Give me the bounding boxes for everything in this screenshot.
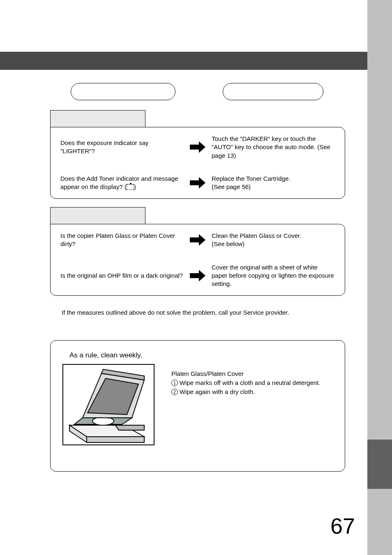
svg-marker-3 <box>87 437 144 442</box>
footnote: If the measures outlined above do not so… <box>62 309 289 316</box>
cleaning-box: As a rule, clean weekly. <box>50 340 345 472</box>
question-text: Is the copier Platen Glass or Platen Cov… <box>60 232 184 249</box>
cleaning-content: Platen Glass/Platen Cover 1Wipe marks of… <box>62 364 333 446</box>
troubleshoot-group-2: Is the copier Platen Glass or Platen Cov… <box>50 207 345 296</box>
group2-header <box>50 207 145 224</box>
arrow-icon <box>189 270 206 281</box>
group1-body: Does the exposure indicator say "LIGHTER… <box>50 127 345 199</box>
question-text: Is the original an OHP film or a dark or… <box>60 272 184 280</box>
arrow-icon <box>189 177 206 189</box>
question-post: ) <box>134 183 136 190</box>
step-text: Wipe marks off with a cloth and a neutra… <box>180 379 320 386</box>
question-pre: Does the Add Toner indicator and message… <box>60 175 178 190</box>
arrow-icon <box>189 141 206 153</box>
step-text: Wipe again with a dry cloth. <box>180 388 255 395</box>
arrow-icon <box>189 234 206 246</box>
qa-row: Does the Add Toner indicator and message… <box>51 167 345 199</box>
qa-row: Is the copier Platen Glass or Platen Cov… <box>51 224 345 256</box>
cleaning-rule: As a rule, clean weekly. <box>69 351 333 359</box>
cleaning-subtitle: Platen Glass/Platen Cover <box>171 369 320 378</box>
troubleshoot-group-1: Does the exposure indicator say "LIGHTER… <box>50 110 345 199</box>
step-number-icon: 2 <box>171 389 178 395</box>
question-text: Does the exposure indicator say "LIGHTER… <box>60 139 184 156</box>
svg-marker-4 <box>115 425 144 430</box>
qa-row: Is the original an OHP film or a dark or… <box>51 256 345 296</box>
answer-text: Clean the Platen Glass or Cover. (See be… <box>212 232 335 249</box>
cleaning-instructions: Platen Glass/Platen Cover 1Wipe marks of… <box>171 369 320 396</box>
right-tab-marker <box>367 440 392 489</box>
copier-illustration <box>62 364 155 446</box>
action-capsule <box>223 83 323 100</box>
answer-text: Replace the Toner Cartridge. (See page 5… <box>212 175 335 191</box>
category-capsule <box>71 83 175 100</box>
cleaning-step: 2Wipe again with a dry cloth. <box>171 387 320 396</box>
toner-icon <box>127 184 134 190</box>
group1-header <box>50 110 145 127</box>
qa-row: Does the exposure indicator say "LIGHTER… <box>51 127 345 167</box>
page: Does the exposure indicator say "LIGHTER… <box>0 0 392 555</box>
group2-body: Is the copier Platen Glass or Platen Cov… <box>50 224 345 296</box>
question-text: Does the Add Toner indicator and message… <box>60 175 184 191</box>
step-number-icon: 1 <box>171 380 178 386</box>
header-bar <box>0 52 367 70</box>
page-number: 67 <box>330 513 355 539</box>
cleaning-step: 1Wipe marks off with a cloth and a neutr… <box>171 378 320 387</box>
answer-text: Cover the original with a sheet of white… <box>212 263 335 288</box>
answer-text: Touch the "DARKER" key or touch the "AUT… <box>212 135 335 160</box>
